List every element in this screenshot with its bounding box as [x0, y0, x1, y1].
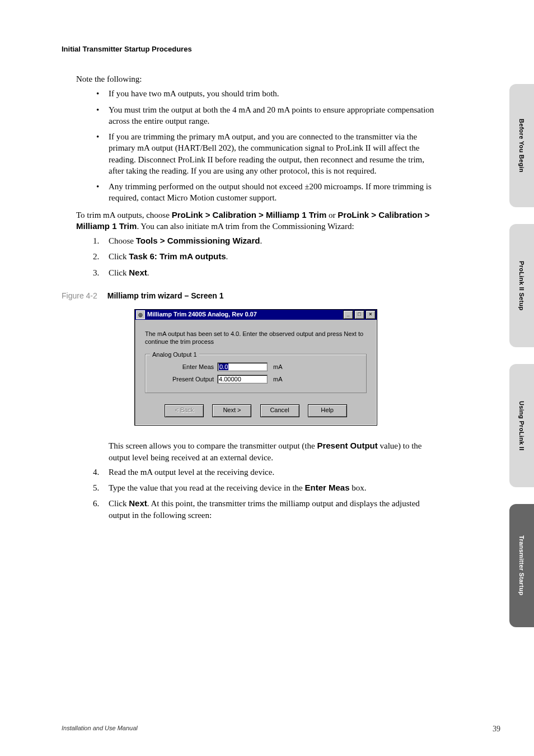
- unit-label: mA: [273, 363, 283, 371]
- milliamp-trim-dialog: ◎ Milliamp Trim 2400S Analog, Rev 0.07 _…: [134, 309, 377, 426]
- enter-meas-label: Enter Meas: [152, 363, 217, 371]
- text: .: [226, 252, 228, 261]
- bullet-item: Any trimming performed on the output sho…: [93, 181, 435, 204]
- enter-meas-value: 0.0: [219, 363, 228, 370]
- button-name: Next: [129, 498, 147, 508]
- text: Choose: [109, 236, 136, 245]
- back-button: < Back: [165, 404, 204, 417]
- tab-label: Before You Begin: [518, 119, 525, 172]
- analog-output-group: Analog Output 1 Enter Meas 0.0 mA Presen…: [145, 354, 367, 393]
- text: or: [326, 211, 338, 220]
- bullet-item: If you have two mA outputs, you should t…: [93, 88, 435, 99]
- enter-meas-input[interactable]: 0.0: [217, 362, 268, 371]
- step-item: Click Next.: [93, 267, 435, 278]
- page-footer: Installation and Use Manual 39: [62, 725, 500, 734]
- menu-path: Tools > Commissioning Wizard: [136, 236, 260, 245]
- text: .: [260, 236, 262, 245]
- window-title: Milliamp Trim 2400S Analog, Rev 0.07: [147, 310, 342, 319]
- present-output-label: Present Output: [152, 375, 217, 384]
- trim-instruction: To trim mA outputs, choose ProLink > Cal…: [76, 209, 435, 232]
- menu-path: ProLink > Calibration > Milliamp 1 Trim: [172, 210, 327, 220]
- bullet-item: If you are trimming the primary mA outpu…: [93, 131, 435, 176]
- close-button[interactable]: ×: [366, 310, 376, 319]
- footer-title: Installation and Use Manual: [62, 725, 138, 734]
- text: Click: [109, 499, 129, 508]
- button-name: Next: [129, 268, 147, 277]
- cancel-button[interactable]: Cancel: [260, 404, 299, 417]
- tab-label: ProLink II Setup: [518, 261, 525, 311]
- text: Type the value that you read at the rece…: [109, 483, 305, 492]
- figure-title: Milliamp trim wizard – Screen 1: [107, 291, 224, 300]
- figure-caption: Figure 4-2Milliamp trim wizard – Screen …: [62, 291, 450, 301]
- field-name: Present Output: [317, 441, 377, 450]
- text: .: [147, 268, 149, 277]
- tab-before-you-begin[interactable]: Before You Begin: [509, 84, 534, 207]
- text: To trim mA outputs, choose: [76, 211, 172, 220]
- page-number: 39: [493, 725, 500, 734]
- next-button[interactable]: Next >: [212, 404, 251, 417]
- task-name: Task 6: Trim mA outputs: [129, 251, 226, 261]
- button-row: < Back Next > Cancel Help: [145, 404, 367, 417]
- field-name: Enter Meas: [305, 483, 349, 492]
- unit-label: mA: [273, 375, 283, 384]
- app-icon: ◎: [136, 310, 145, 319]
- section-title: Initial Transmitter Startup Procedures: [62, 45, 450, 53]
- step-item: Click Task 6: Trim mA outputs.: [93, 251, 435, 262]
- after-figure-paragraph: This screen allows you to compare the tr…: [109, 440, 435, 463]
- tab-label: Using ProLink II: [518, 401, 525, 451]
- tab-using-prolink[interactable]: Using ProLink II: [509, 364, 534, 487]
- bullet-list: If you have two mA outputs, you should t…: [93, 88, 435, 203]
- steps-list-b: Read the mA output level at the receivin…: [93, 466, 435, 521]
- note-following: Note the following:: [76, 73, 435, 85]
- tab-prolink-setup[interactable]: ProLink II Setup: [509, 224, 534, 347]
- text: box.: [350, 483, 367, 492]
- dialog-instruction: The mA output has been set to 4.0. Enter…: [145, 330, 367, 347]
- side-tabs: Before You Begin ProLink II Setup Using …: [509, 0, 534, 756]
- bullet-item: You must trim the output at both the 4 m…: [93, 104, 435, 127]
- text: This screen allows you to compare the tr…: [109, 441, 317, 450]
- maximize-button[interactable]: □: [354, 310, 364, 319]
- steps-list-a: Choose Tools > Commissioning Wizard. Cli…: [93, 235, 435, 278]
- group-legend: Analog Output 1: [150, 351, 199, 359]
- present-output-field: 4.00000: [217, 375, 268, 384]
- step-item: Click Next. At this point, the transmitt…: [93, 498, 435, 521]
- text: Click: [109, 252, 129, 261]
- minimize-button[interactable]: _: [343, 310, 353, 319]
- step-item: Choose Tools > Commissioning Wizard.: [93, 235, 435, 246]
- text: . You can also initiate mA trim from the…: [137, 222, 354, 231]
- step-item: Read the mA output level at the receivin…: [93, 466, 435, 478]
- figure-number: Figure 4-2: [62, 291, 97, 300]
- step-item: Type the value that you read at the rece…: [93, 482, 435, 493]
- tab-transmitter-startup[interactable]: Transmitter Startup: [509, 504, 534, 627]
- tab-label: Transmitter Startup: [518, 535, 525, 595]
- help-button[interactable]: Help: [308, 404, 347, 417]
- text: Click: [109, 268, 129, 277]
- text: . At this point, the transmitter trims t…: [109, 499, 420, 519]
- titlebar[interactable]: ◎ Milliamp Trim 2400S Analog, Rev 0.07 _…: [135, 310, 377, 320]
